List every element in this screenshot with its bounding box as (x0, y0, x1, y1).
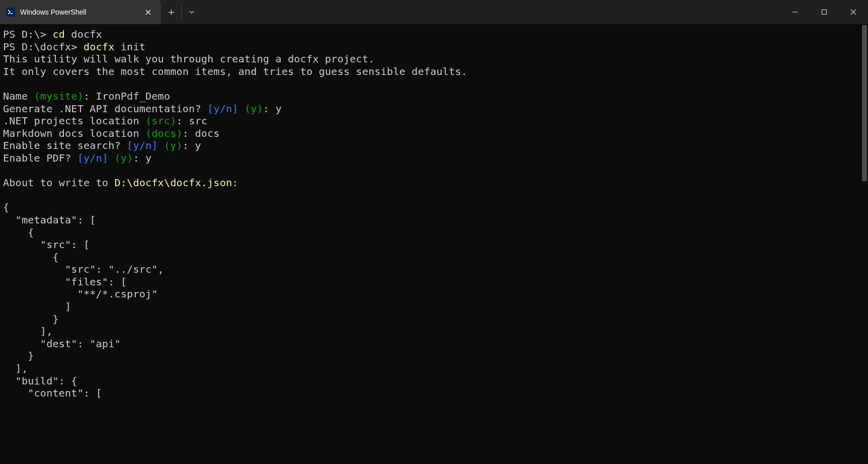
chevron-down-icon (189, 9, 195, 15)
command-text: docfx (84, 41, 121, 53)
option-hint: [y/n] (127, 139, 158, 151)
powershell-icon (6, 8, 15, 17)
user-input: : src (177, 115, 208, 127)
default-value: (y) (245, 103, 263, 115)
json-line: "content": [ (3, 387, 102, 399)
command-text: cd (52, 28, 71, 40)
tab-title: Windows PowerShell (20, 8, 136, 16)
option-hint: [y/n] (207, 103, 239, 115)
default-value: (y) (115, 152, 133, 164)
svg-rect-0 (822, 10, 827, 15)
prompt-label: Enable PDF? (3, 152, 77, 164)
prompt-label: Markdown docs location (3, 127, 145, 139)
default-value: (y) (164, 139, 183, 151)
terminal-output: PS D:\> cd docfx PS D:\docfx> docfx init… (0, 24, 868, 404)
default-value: (mysite) (34, 90, 84, 102)
user-input: : y (263, 103, 282, 115)
file-path: D:\docfx\docfx.json (114, 177, 232, 189)
close-icon (145, 10, 151, 15)
json-line: "dest": "api" (3, 338, 121, 350)
output-line: About to write to (3, 177, 114, 189)
user-input: : y (133, 152, 151, 164)
json-line: { (3, 201, 9, 213)
json-line: "build": { (3, 375, 77, 387)
prompt-label: Generate .NET API documentation? (3, 103, 207, 115)
user-input: : y (183, 139, 201, 151)
json-line: ] (3, 300, 71, 313)
prompt: PS D:\> (3, 28, 52, 40)
minimize-button[interactable] (780, 0, 810, 24)
prompt-label: .NET projects location (3, 115, 145, 127)
maximize-button[interactable] (810, 0, 839, 24)
new-tab-button[interactable] (161, 0, 181, 24)
command-arg: docfx (71, 28, 102, 40)
json-line: "src": "../src", (3, 263, 164, 275)
tab-close-button[interactable] (141, 5, 155, 19)
json-line: } (3, 313, 59, 325)
json-line: "**/*.csproj" (3, 288, 158, 300)
space (158, 139, 164, 151)
title-bar: Windows PowerShell (0, 0, 868, 24)
scrollbar-thumb[interactable] (862, 25, 867, 181)
option-hint: [y/n] (77, 152, 109, 164)
command-arg: init (121, 41, 145, 53)
output-line: This utility will walk you through creat… (3, 53, 374, 65)
prompt: PS D:\docfx> (3, 41, 84, 53)
close-icon (850, 9, 856, 15)
default-value: (src) (145, 115, 177, 127)
plus-icon (168, 9, 175, 16)
default-value: (docs) (145, 127, 183, 139)
prompt-label: Name (3, 90, 34, 102)
json-line: } (3, 350, 34, 362)
scrollbar[interactable] (861, 24, 868, 464)
titlebar-drag-region[interactable] (202, 0, 780, 24)
colon: : (232, 177, 238, 189)
close-window-button[interactable] (839, 0, 868, 24)
space (239, 103, 245, 115)
tab-dropdown-button[interactable] (182, 0, 202, 24)
json-line: { (3, 226, 34, 239)
json-line: "files": [ (3, 276, 127, 288)
minimize-icon (792, 9, 798, 15)
user-input: : docs (183, 127, 220, 139)
json-line: "metadata": [ (3, 214, 96, 226)
space (108, 152, 114, 164)
output-line: It only covers the most common items, an… (3, 65, 467, 78)
maximize-icon (821, 9, 827, 15)
prompt-label: Enable site search? (3, 139, 127, 151)
window-controls (780, 0, 868, 24)
terminal-area[interactable]: PS D:\> cd docfx PS D:\docfx> docfx init… (0, 24, 868, 464)
user-input: IronPdf_Demo (96, 90, 171, 102)
json-line: ], (3, 362, 28, 374)
json-line: "src": [ (3, 239, 90, 251)
colon: : (84, 90, 96, 102)
json-line: { (3, 251, 59, 263)
json-line: ], (3, 325, 52, 337)
tab-powershell[interactable]: Windows PowerShell (0, 0, 161, 24)
